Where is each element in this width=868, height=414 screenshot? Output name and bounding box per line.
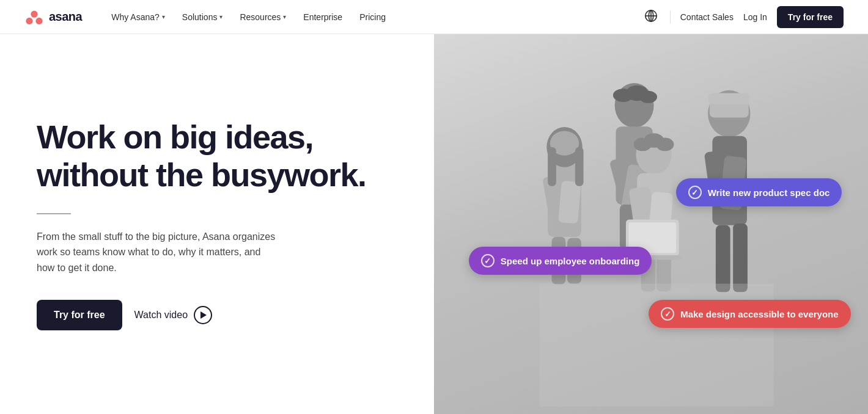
logo[interactable]: asana [24, 7, 82, 27]
check-circle-icon: ✓ [481, 254, 495, 267]
nav-resources[interactable]: Resources ▾ [232, 9, 293, 26]
navbar: asana Why Asana? ▾ Solutions ▾ Resources… [0, 0, 868, 34]
try-free-button[interactable]: Try for free [37, 300, 122, 330]
task-chip-red: ✓ Make design accessible to everyone [649, 300, 850, 328]
hero-description: From the small stuff to the big picture,… [37, 229, 281, 276]
svg-rect-40 [708, 93, 750, 104]
task-chip-purple: ✓ Speed up employee onboarding [469, 247, 652, 275]
nav-enterprise[interactable]: Enterprise [296, 9, 350, 26]
chevron-icon: ▾ [283, 13, 286, 20]
task-chip-blue: ✓ Write new product spec doc [676, 178, 842, 206]
play-icon [194, 306, 212, 324]
svg-rect-19 [558, 181, 581, 224]
svg-point-10 [639, 91, 657, 103]
check-circle-icon: ✓ [661, 307, 674, 321]
nav-pricing[interactable]: Pricing [352, 9, 393, 26]
language-selector-button[interactable] [642, 7, 660, 27]
hero-right-panel: ✓ Write new product spec doc ✓ Speed up … [434, 34, 868, 414]
watch-video-button[interactable]: Watch video [134, 306, 212, 324]
svg-point-1 [26, 17, 32, 24]
svg-rect-24 [548, 147, 556, 186]
nav-left: asana Why Asana? ▾ Solutions ▾ Resources… [24, 7, 393, 27]
nav-right: Contact Sales Log In Try for free [642, 6, 844, 28]
asana-logo-icon [24, 7, 44, 27]
check-circle-icon: ✓ [688, 186, 702, 199]
brand-name: asana [49, 10, 82, 24]
svg-point-2 [35, 17, 42, 24]
hero-title: Work on big ideas, without the busywork. [37, 118, 397, 194]
svg-rect-44 [716, 225, 730, 292]
people-illustration [456, 53, 847, 414]
nav-why-asana[interactable]: Why Asana? ▾ [104, 9, 172, 26]
chevron-icon: ▾ [219, 13, 223, 20]
play-triangle [200, 311, 207, 319]
svg-point-29 [656, 138, 674, 151]
svg-rect-25 [575, 147, 584, 186]
hero-divider [37, 213, 71, 214]
globe-icon [644, 9, 658, 23]
chevron-icon: ▾ [162, 13, 165, 20]
nav-try-free-button[interactable]: Try for free [777, 6, 844, 28]
hero-left-panel: Work on big ideas, without the busywork.… [0, 34, 434, 414]
nav-divider [670, 10, 671, 24]
login-button[interactable]: Log In [743, 12, 767, 22]
svg-point-0 [31, 10, 37, 17]
nav-links: Why Asana? ▾ Solutions ▾ Resources ▾ Ent… [104, 9, 393, 26]
hero-buttons: Try for free Watch video [37, 300, 397, 330]
contact-sales-link[interactable]: Contact Sales [680, 12, 734, 22]
hero-section: Work on big ideas, without the busywork.… [0, 34, 868, 414]
hero-background: ✓ Write new product spec doc ✓ Speed up … [434, 34, 868, 414]
svg-rect-45 [733, 223, 748, 292]
nav-solutions[interactable]: Solutions ▾ [175, 9, 230, 26]
